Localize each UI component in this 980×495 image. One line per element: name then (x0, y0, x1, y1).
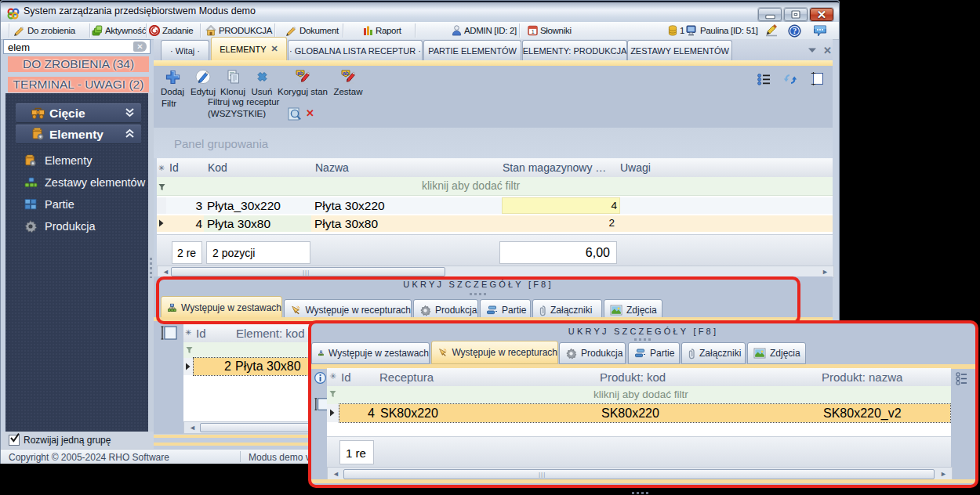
svg-text:ab: ab (343, 70, 349, 76)
svg-text:?: ? (793, 27, 797, 35)
svg-text:ab: ab (297, 70, 303, 76)
svg-text:1: 1 (532, 29, 535, 34)
